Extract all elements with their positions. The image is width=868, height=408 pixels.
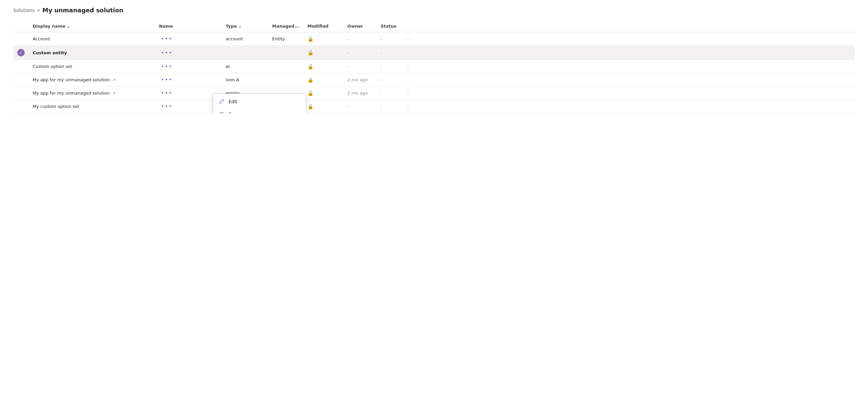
row-type <box>268 46 303 60</box>
lock-icon: 🔒 <box>307 90 314 96</box>
row-select-cell[interactable]: ✓ <box>13 46 29 60</box>
row-modified: - <box>343 60 377 73</box>
breadcrumb: Solutions > My unmanaged solution <box>0 0 868 17</box>
row-modified: - <box>343 100 377 113</box>
row-display-name: My app for my unmanaged solution ↗ <box>29 87 155 100</box>
row-select-cell[interactable] <box>13 73 29 87</box>
row-owner: - <box>377 100 403 113</box>
chevron-down-icon-type: ⌄ <box>238 24 242 29</box>
table-header-row: Display name ⌄ Name Type ⌄ Managed... Mo… <box>13 20 855 32</box>
row-modified: - <box>343 46 377 60</box>
col-header-owner: Owner <box>343 20 377 32</box>
breadcrumb-separator: > <box>37 8 40 13</box>
ellipsis-button[interactable]: ••• <box>159 49 174 57</box>
row-owner: - <box>377 32 403 46</box>
row-owner: - <box>377 46 403 60</box>
row-type <box>268 60 303 73</box>
row-ellipsis-menu[interactable]: ••• <box>155 46 222 60</box>
col-header-type[interactable]: Type ⌄ <box>222 20 268 32</box>
ellipsis-button[interactable]: ••• <box>159 35 174 42</box>
row-owner: - <box>377 73 403 87</box>
main-content: Display name ⌄ Name Type ⌄ Managed... Mo… <box>0 17 868 113</box>
table-row: My app for my unmanaged solution ↗•••ive… <box>13 73 855 87</box>
table-row: My app for my unmanaged solution ↗•••ens… <box>13 87 855 100</box>
chevron-down-icon: ⌄ <box>67 24 70 29</box>
row-managed: 🔒 <box>303 87 343 100</box>
ellipsis-button[interactable]: ••• <box>159 76 174 84</box>
col-header-display-name[interactable]: Display name ⌄ <box>29 20 155 32</box>
row-status: - <box>403 32 855 46</box>
row-type <box>268 73 303 87</box>
row-display-name: Custom option set <box>29 60 155 73</box>
row-managed: 🔒 <box>303 100 343 113</box>
row-status: - <box>403 100 855 113</box>
select-all-header <box>13 20 29 32</box>
row-status: - <box>403 46 855 60</box>
breadcrumb-solutions-link[interactable]: Solutions <box>13 8 35 13</box>
lock-icon: 🔒 <box>307 36 314 42</box>
row-select-cell[interactable] <box>13 87 29 100</box>
menu-item-label: Edit <box>228 99 237 104</box>
row-ellipsis-menu[interactable]: ••• <box>155 60 222 73</box>
row-ellipsis-menu[interactable]: ••• <box>155 87 222 100</box>
lock-icon: 🔒 <box>307 50 314 56</box>
row-managed: 🔒 <box>303 32 343 46</box>
row-select-cell[interactable] <box>13 100 29 113</box>
col-header-modified: Modified <box>303 20 343 32</box>
external-link-icon: ↗ <box>113 91 116 95</box>
lock-icon: 🔒 <box>307 104 314 110</box>
row-modified: 2 mo ago <box>343 73 377 87</box>
lock-icon: 🔒 <box>307 64 314 69</box>
sort-display-name[interactable]: Display name ⌄ <box>33 24 70 29</box>
menu-item-remove[interactable]: Remove› <box>213 108 306 113</box>
row-display-name: Account <box>29 32 155 46</box>
col-header-status: Status <box>377 20 403 32</box>
table-row: My custom option set•••et🔒--- <box>13 100 855 113</box>
row-ellipsis-menu[interactable]: ••• <box>155 32 222 46</box>
trash-icon <box>219 111 224 113</box>
row-modified: - <box>343 32 377 46</box>
ellipsis-button[interactable]: ••• <box>159 103 174 110</box>
ellipsis-button[interactable]: ••• <box>159 63 174 70</box>
table-row: Custom option set•••et🔒--- <box>13 60 855 73</box>
row-managed: 🔒 <box>303 46 343 60</box>
ellipsis-button[interactable]: ••• <box>159 89 174 97</box>
row-name: account <box>222 32 268 46</box>
row-owner: - <box>377 87 403 100</box>
sort-type[interactable]: Type ⌄ <box>225 24 242 29</box>
row-name <box>222 46 268 60</box>
submenu-arrow-icon: › <box>299 112 301 113</box>
col-header-managed: Managed... <box>268 20 303 32</box>
row-ellipsis-menu[interactable]: ••• <box>155 100 222 113</box>
row-status: - <box>403 73 855 87</box>
lock-icon: 🔒 <box>307 77 314 83</box>
external-link-icon: ↗ <box>113 78 116 82</box>
solutions-table: Display name ⌄ Name Type ⌄ Managed... Mo… <box>13 20 855 113</box>
row-display-name: Custom entity <box>29 46 155 60</box>
row-select-cell[interactable] <box>13 60 29 73</box>
row-modified: 2 mo ago <box>343 87 377 100</box>
row-select-cell[interactable] <box>13 32 29 46</box>
row-managed: 🔒 <box>303 60 343 73</box>
row-name: et <box>222 60 268 73</box>
row-ellipsis-menu[interactable]: ••• <box>155 73 222 87</box>
row-status: - <box>403 87 855 100</box>
menu-item-label: Remove <box>228 112 247 113</box>
col-header-name: Name <box>155 20 222 32</box>
row-type: Entity <box>268 32 303 46</box>
row-display-name: My custom option set <box>29 100 155 113</box>
table-row: Account•••accountEntity🔒--- <box>13 32 855 46</box>
row-name: iven A <box>222 73 268 87</box>
row-status: - <box>403 60 855 73</box>
context-menu: EditRemove›Get data›Export dataOpen in E… <box>213 94 306 113</box>
row-display-name: My app for my unmanaged solution ↗ <box>29 73 155 87</box>
menu-item-edit[interactable]: Edit <box>213 95 306 108</box>
breadcrumb-current: My unmanaged solution <box>42 7 123 13</box>
row-owner: - <box>377 60 403 73</box>
pencil-icon <box>219 98 224 105</box>
row-managed: 🔒 <box>303 73 343 87</box>
table-row: ✓Custom entity•••🔒--- <box>13 46 855 60</box>
selected-check-icon: ✓ <box>17 49 25 56</box>
